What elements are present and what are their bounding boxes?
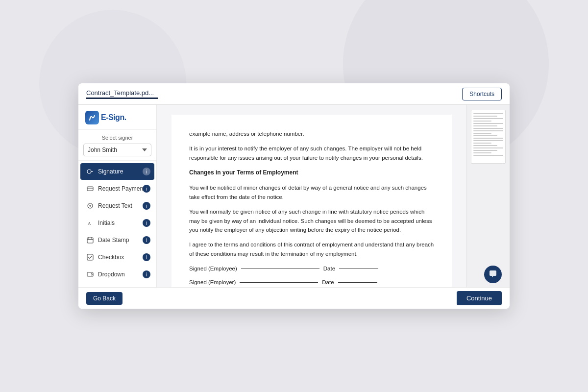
request-payment-info-badge[interactable]: i [143, 185, 150, 193]
doc-para5: I agree to the terms and conditions of t… [189, 240, 434, 258]
initials-info-badge[interactable]: i [143, 219, 150, 227]
date-label-2: Date [322, 278, 334, 287]
signature-line-employer: Signed (Employer) Date [189, 278, 434, 287]
body-area: E-Sign. Select signer John Smith [78, 105, 510, 309]
dropdown-icon [86, 270, 94, 278]
doc-para2: It is in your interest to notify the emp… [189, 144, 434, 162]
sidebar-nav: Signature i Request Payment i [78, 161, 156, 309]
select-signer-label: Select signer [83, 135, 151, 141]
sidebar-item-checkbox-label: Checkbox [98, 254, 124, 261]
sidebar-item-initials-label: Initials [98, 220, 115, 226]
sidebar-item-signature-label: Signature [98, 168, 123, 175]
tab-wrapper: Contract_Template.pd... [86, 89, 158, 99]
signed-employer-label: Signed (Employer) [189, 278, 236, 287]
thumbnail-page-1[interactable] [471, 110, 506, 164]
signed-employee-label: Signed (Employee) [189, 264, 237, 273]
go-back-button[interactable]: Go Back [86, 292, 122, 305]
signature-line-employee: Signed (Employee) Date [189, 264, 434, 273]
sidebar-item-signature[interactable]: Signature i [80, 163, 154, 180]
date-label-1: Date [323, 264, 335, 273]
continue-button[interactable]: Continue [457, 291, 502, 305]
sidebar-item-request-payment-label: Request Payment [98, 185, 145, 192]
doc-para1: example name, address or telephone numbe… [189, 129, 434, 138]
request-text-icon [86, 202, 94, 210]
bottom-bar: Go Back Continue [78, 287, 510, 309]
doc-para4: You will normally be given notice of any… [189, 207, 434, 234]
sidebar-item-dropdown-label: Dropdown [98, 271, 125, 278]
initials-icon: A [86, 219, 94, 227]
thumb-lines-1 [471, 110, 505, 160]
tab-underline [86, 98, 158, 99]
date-stamp-info-badge[interactable]: i [143, 236, 150, 244]
employer-sig-line [240, 282, 318, 283]
svg-point-0 [87, 170, 91, 173]
chat-icon [489, 270, 497, 279]
sidebar-item-date-stamp[interactable]: Date Stamp i [80, 232, 154, 248]
checkbox-info-badge[interactable]: i [143, 253, 150, 261]
sidebar-item-date-stamp-label: Date Stamp [98, 237, 129, 244]
request-text-info-badge[interactable]: i [143, 202, 150, 210]
sidebar-item-dropdown[interactable]: Dropdown i [80, 266, 154, 283]
employee-sig-line [241, 269, 319, 269]
checkbox-icon [86, 253, 94, 261]
logo-icon [85, 111, 99, 124]
employee-date-line [339, 269, 378, 269]
svg-rect-2 [87, 187, 93, 191]
svg-rect-12 [87, 254, 93, 260]
document-paper: example name, address or telephone numbe… [172, 115, 452, 307]
signature-icon [86, 168, 94, 175]
tab-filename: Contract_Template.pd... [86, 89, 158, 97]
sidebar: E-Sign. Select signer John Smith [78, 105, 157, 309]
logo-area: E-Sign. [78, 105, 156, 130]
main-content: example name, address or telephone numbe… [157, 105, 510, 309]
signer-dropdown[interactable]: John Smith [83, 144, 151, 156]
svg-text:A: A [88, 221, 91, 226]
shortcuts-button[interactable]: Shortcuts [462, 88, 502, 100]
sidebar-item-request-payment[interactable]: Request Payment i [80, 180, 154, 197]
doc-section-title: Changes in your Terms of Employment [189, 168, 434, 177]
sidebar-item-initials[interactable]: A Initials i [80, 215, 154, 231]
employer-date-line [338, 282, 377, 283]
date-stamp-icon [86, 236, 94, 244]
svg-rect-8 [87, 238, 93, 243]
logo-text: E-Sign. [101, 113, 126, 122]
sidebar-item-checkbox[interactable]: Checkbox i [80, 249, 154, 266]
document-area: example name, address or telephone numbe… [157, 105, 466, 309]
header-bar: Contract_Template.pd... Shortcuts [78, 83, 510, 105]
chat-bubble-button[interactable] [484, 266, 502, 283]
sidebar-item-request-text-label: Request Text [98, 202, 132, 209]
doc-para3: You will be notified of minor changes of… [189, 183, 434, 201]
logo-prefix: E- [101, 113, 108, 122]
request-payment-icon [86, 185, 94, 193]
dropdown-info-badge[interactable]: i [143, 270, 150, 278]
sidebar-item-request-text[interactable]: Request Text i [80, 197, 154, 214]
select-signer-section: Select signer John Smith [78, 130, 156, 161]
signature-info-badge[interactable]: i [143, 168, 150, 175]
app-container: Contract_Template.pd... Shortcuts E-Sign… [78, 83, 510, 309]
